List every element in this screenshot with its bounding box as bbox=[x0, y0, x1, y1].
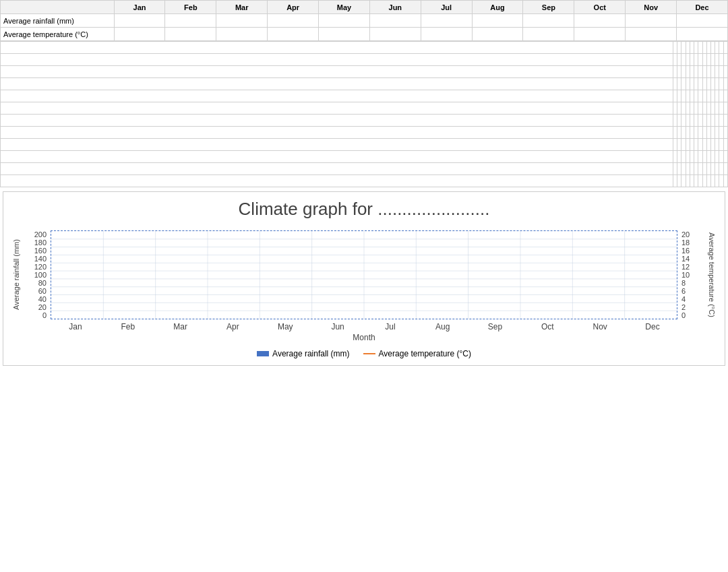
col-nov: Nov bbox=[626, 1, 677, 14]
extra-cell[interactable] bbox=[1, 54, 673, 66]
col-oct: Oct bbox=[574, 1, 626, 14]
temperature-label: Average temperature (°C) bbox=[1, 28, 115, 41]
x-label: Sep bbox=[469, 322, 522, 331]
temp-sep[interactable] bbox=[523, 28, 574, 41]
extra-cell[interactable] bbox=[723, 163, 727, 175]
rainfall-feb[interactable] bbox=[165, 14, 216, 28]
extra-cell[interactable] bbox=[1, 151, 673, 163]
x-label: Mar bbox=[154, 322, 207, 331]
rainfall-oct[interactable] bbox=[574, 14, 626, 28]
col-jun: Jun bbox=[369, 1, 421, 14]
rainfall-apr[interactable] bbox=[268, 14, 319, 28]
x-label: May bbox=[259, 322, 311, 331]
legend-rainfall-color bbox=[257, 351, 269, 356]
extra-cell[interactable] bbox=[1, 163, 673, 175]
extra-cell[interactable] bbox=[1, 66, 673, 78]
corner-cell bbox=[1, 1, 115, 14]
legend-rainfall-label: Average rainfall (mm) bbox=[272, 349, 349, 358]
rainfall-aug[interactable] bbox=[472, 14, 523, 28]
y-tick-left: 160 bbox=[34, 247, 47, 255]
chart-title: Climate graph for ......................… bbox=[10, 199, 718, 220]
y-tick-right: 10 bbox=[681, 271, 690, 279]
extra-cell[interactable] bbox=[1, 175, 673, 187]
temp-jul[interactable] bbox=[421, 28, 472, 41]
legend-temperature-label: Average temperature (°C) bbox=[379, 349, 471, 358]
x-label: Dec bbox=[626, 322, 679, 331]
extra-cell[interactable] bbox=[723, 90, 727, 102]
y-tick-left: 80 bbox=[38, 279, 47, 287]
x-label: Jul bbox=[364, 322, 417, 331]
x-axis-title: Month bbox=[10, 333, 718, 342]
extra-cell[interactable] bbox=[723, 102, 727, 115]
extra-rows-table bbox=[0, 41, 728, 187]
y-tick-right: 2 bbox=[681, 303, 686, 311]
rainfall-may[interactable] bbox=[319, 14, 370, 28]
extra-cell[interactable] bbox=[1, 90, 673, 102]
plot-grid bbox=[51, 231, 677, 319]
chart-legend: Average rainfall (mm) Average temperatur… bbox=[10, 349, 718, 358]
chart-inner: Average rainfall (mm) 200180160140120100… bbox=[10, 230, 718, 319]
y-axis-left-ticks: 200180160140120100806040200 bbox=[24, 230, 51, 319]
y-tick-left: 120 bbox=[34, 263, 47, 271]
rainfall-jul[interactable] bbox=[421, 14, 472, 28]
temp-aug[interactable] bbox=[472, 28, 523, 41]
extra-cell[interactable] bbox=[723, 151, 727, 163]
extra-cell[interactable] bbox=[723, 54, 727, 66]
extra-cell[interactable] bbox=[723, 175, 727, 187]
rainfall-jun[interactable] bbox=[369, 14, 421, 28]
col-sep: Sep bbox=[523, 1, 574, 14]
extra-cell[interactable] bbox=[723, 139, 727, 151]
y-tick-left: 180 bbox=[34, 239, 47, 247]
temp-jun[interactable] bbox=[369, 28, 421, 41]
temp-feb[interactable] bbox=[165, 28, 216, 41]
y-axis-right-label: Average temperature (°C) bbox=[706, 230, 718, 319]
temp-mar[interactable] bbox=[216, 28, 268, 41]
x-label: Aug bbox=[417, 322, 469, 331]
x-label: Nov bbox=[574, 322, 626, 331]
extra-cell[interactable] bbox=[1, 102, 673, 115]
extra-cell[interactable] bbox=[723, 115, 727, 127]
y-tick-right: 12 bbox=[681, 263, 690, 271]
y-tick-left: 40 bbox=[38, 295, 47, 303]
y-tick-right: 18 bbox=[681, 239, 690, 247]
rainfall-row: Average rainfall (mm) bbox=[1, 14, 728, 28]
extra-cell[interactable] bbox=[1, 139, 673, 151]
extra-cell[interactable] bbox=[1, 127, 673, 139]
rainfall-label: Average rainfall (mm) bbox=[1, 14, 115, 28]
extra-cell[interactable] bbox=[723, 127, 727, 139]
temperature-row: Average temperature (°C) bbox=[1, 28, 728, 41]
col-feb: Feb bbox=[165, 1, 216, 14]
rainfall-sep[interactable] bbox=[523, 14, 574, 28]
x-label: Oct bbox=[521, 322, 574, 331]
temp-may[interactable] bbox=[319, 28, 370, 41]
col-aug: Aug bbox=[472, 1, 523, 14]
rainfall-dec[interactable] bbox=[677, 14, 728, 28]
y-axis-left-label: Average rainfall (mm) bbox=[10, 230, 22, 319]
col-apr: Apr bbox=[268, 1, 319, 14]
rainfall-nov[interactable] bbox=[626, 14, 677, 28]
x-label: Apr bbox=[206, 322, 259, 331]
extra-cell[interactable] bbox=[723, 78, 727, 90]
y-tick-right: 16 bbox=[681, 247, 690, 255]
rainfall-jan[interactable] bbox=[114, 14, 165, 28]
extra-cell[interactable] bbox=[1, 78, 673, 90]
y-tick-right: 8 bbox=[681, 279, 686, 287]
extra-cell[interactable] bbox=[723, 42, 727, 54]
x-axis-labels: JanFebMarAprMayJunJulAugSepOctNovDec bbox=[10, 322, 718, 331]
temp-jan[interactable] bbox=[114, 28, 165, 41]
x-label: Jun bbox=[311, 322, 364, 331]
temp-oct[interactable] bbox=[574, 28, 626, 41]
extra-cell[interactable] bbox=[1, 115, 673, 127]
y-tick-left: 140 bbox=[34, 255, 47, 263]
temp-apr[interactable] bbox=[268, 28, 319, 41]
plot-area bbox=[51, 230, 677, 319]
extra-cell[interactable] bbox=[1, 42, 673, 54]
col-jul: Jul bbox=[421, 1, 472, 14]
legend-temperature-line bbox=[363, 353, 375, 354]
temp-dec[interactable] bbox=[677, 28, 728, 41]
extra-cell[interactable] bbox=[723, 66, 727, 78]
y-tick-right: 20 bbox=[681, 230, 690, 239]
rainfall-mar[interactable] bbox=[216, 14, 268, 28]
temp-nov[interactable] bbox=[626, 28, 677, 41]
chart-container: Climate graph for ......................… bbox=[3, 191, 725, 366]
